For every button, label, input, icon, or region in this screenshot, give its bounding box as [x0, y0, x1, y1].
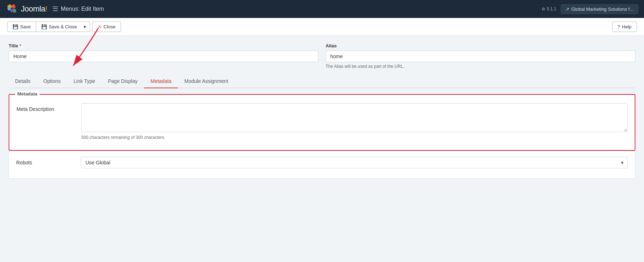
- char-count-hint: 300 characters remaining of 300 characte…: [81, 135, 627, 140]
- help-button[interactable]: ? Help: [612, 22, 637, 32]
- tab-details[interactable]: Details: [9, 75, 37, 88]
- alias-input[interactable]: [326, 51, 635, 62]
- tabs-list: Details Options Link Type Page Display M…: [9, 75, 635, 88]
- robots-label: Robots: [16, 157, 74, 165]
- robots-select-wrapper: Use Global Index, Follow No Index, Follo…: [81, 157, 628, 168]
- save-close-button[interactable]: 💾 Save & Close: [36, 22, 82, 32]
- main-content: Title * Alias The Alias will be used as …: [0, 36, 644, 262]
- save-button[interactable]: 💾 Save: [7, 22, 36, 32]
- close-button[interactable]: ✕ Close: [92, 22, 121, 32]
- top-bar-left: Joomla! ☰ Menus: Edit Item: [6, 4, 104, 14]
- tab-link-type[interactable]: Link Type: [67, 75, 102, 88]
- joomla-exclaim: !: [45, 4, 47, 13]
- version-number: 5.1.1: [547, 6, 556, 11]
- page-title: Menus: Edit Item: [61, 6, 104, 12]
- close-icon: ✕: [98, 24, 102, 29]
- panel-title: Metadata: [15, 91, 39, 97]
- joomla-icon: [6, 4, 19, 14]
- robots-row: Robots Use Global Index, Follow No Index…: [16, 157, 628, 168]
- save-button-group: 💾 Save 💾 Save & Close ▾: [7, 22, 90, 32]
- joomla-brand-text: Joomla!: [21, 4, 47, 14]
- meta-description-control: 300 characters remaining of 300 characte…: [81, 103, 627, 140]
- tab-options[interactable]: Options: [37, 75, 67, 88]
- alias-hint: The Alias will be used as part of the UR…: [326, 64, 635, 69]
- version-badge: ⚙ 5.1.1: [542, 6, 556, 11]
- joomla-logo[interactable]: Joomla!: [6, 4, 47, 14]
- meta-description-textarea[interactable]: [81, 103, 627, 132]
- toolbar: 💾 Save 💾 Save & Close ▾ ✕ Close ? Help: [0, 18, 644, 36]
- save-icon-2: 💾: [41, 24, 47, 29]
- tabs-container: Details Options Link Type Page Display M…: [9, 75, 635, 88]
- help-label: Help: [622, 24, 631, 29]
- save-icon: 💾: [13, 24, 18, 29]
- title-label: Title *: [9, 43, 318, 48]
- meta-description-row: Meta Description 300 characters remainin…: [17, 103, 627, 140]
- tab-module-assignment[interactable]: Module Assignment: [178, 75, 235, 88]
- close-label: Close: [103, 24, 115, 29]
- alias-label: Alias: [326, 43, 635, 48]
- top-navigation-bar: Joomla! ☰ Menus: Edit Item ⚙ 5.1.1 ↗ Glo…: [0, 0, 644, 18]
- robots-select[interactable]: Use Global Index, Follow No Index, Follo…: [81, 157, 628, 168]
- metadata-panel: Metadata Meta Description 300 characters…: [9, 94, 635, 151]
- site-button-label: Global Marketing Solutions f...: [571, 6, 634, 12]
- title-alias-group: Title * Alias The Alias will be used as …: [9, 43, 635, 69]
- tab-metadata[interactable]: Metadata: [144, 75, 178, 88]
- robots-body: Robots Use Global Index, Follow No Index…: [9, 151, 635, 178]
- chevron-down-icon: ▾: [84, 24, 86, 29]
- robots-panel: Robots Use Global Index, Follow No Index…: [9, 151, 635, 179]
- tab-page-display[interactable]: Page Display: [102, 75, 144, 88]
- menu-icon: ☰: [52, 5, 58, 13]
- alias-field-group: Alias The Alias will be used as part of …: [326, 43, 635, 69]
- question-icon: ?: [617, 24, 620, 29]
- save-label: Save: [20, 24, 31, 29]
- page-title-area: ☰ Menus: Edit Item: [52, 5, 104, 13]
- robots-control: Use Global Index, Follow No Index, Follo…: [81, 157, 628, 168]
- top-bar-right: ⚙ 5.1.1 ↗ Global Marketing Solutions f..…: [542, 4, 638, 14]
- external-link-icon: ↗: [565, 6, 569, 12]
- required-star: *: [19, 43, 21, 48]
- save-dropdown-button[interactable]: ▾: [80, 22, 90, 32]
- site-preview-button[interactable]: ↗ Global Marketing Solutions f...: [561, 4, 638, 14]
- title-field-group: Title *: [9, 43, 318, 69]
- meta-description-label: Meta Description: [17, 103, 74, 112]
- save-close-label: Save & Close: [49, 24, 77, 29]
- panel-body: Meta Description 300 characters remainin…: [9, 95, 635, 150]
- title-input[interactable]: [9, 51, 318, 62]
- joomla-version-icon: ⚙: [542, 7, 545, 11]
